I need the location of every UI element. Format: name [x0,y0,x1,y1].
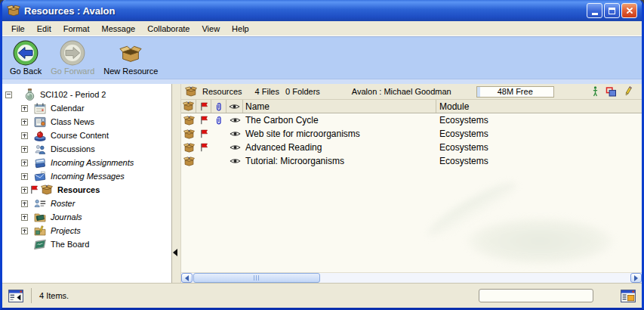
expand-toggle-icon[interactable] [21,187,28,194]
status-separator [31,288,32,303]
resource-list: The Carbon Cycle Ecosystems Web site for… [181,113,642,272]
window-panel-icon [8,290,23,302]
eye-icon [230,144,241,151]
toolbar: Go Back Go Forward New Resource [2,36,642,79]
flag-icon [200,129,208,138]
tree-item-incoming-messages[interactable]: Incoming Messages [2,169,171,183]
scrollbar-thumb[interactable] [193,273,320,283]
resources-box-icon [41,184,53,196]
scroll-right-button[interactable] [630,273,642,283]
paperclip-icon [215,101,223,112]
go-forward-label: Go Forward [51,67,94,76]
expand-toggle-icon[interactable] [21,214,28,221]
expand-toggle-icon[interactable] [21,132,28,139]
expand-toggle-icon[interactable] [21,173,28,180]
flag-icon [200,143,208,152]
tree-item-resources[interactable]: Resources [2,183,171,197]
tree-item-label: Incoming Messages [51,172,125,181]
tree-item-journals[interactable]: Journals [2,210,171,224]
menu-help[interactable]: Help [226,23,255,35]
menu-bar: File Edit Format Message Collaborate Vie… [2,21,642,36]
column-module[interactable]: Module [436,100,642,113]
expand-toggle-icon[interactable] [21,119,28,126]
status-message-box [479,289,593,302]
status-window-icon[interactable] [7,288,25,303]
horizontal-scrollbar[interactable] [181,272,642,283]
pencil-icon[interactable] [624,86,633,97]
toolbar-strip [2,79,642,84]
tree-item-calendar[interactable]: Calendar [2,101,171,115]
resource-row-web-site[interactable]: Web site for microorganisms Ecosystems [181,127,642,141]
minimize-button[interactable] [587,3,602,18]
menu-view[interactable]: View [196,23,226,35]
expand-toggle-icon[interactable] [21,146,28,153]
tree-item-projects[interactable]: Projects [2,224,171,237]
menu-file[interactable]: File [5,23,31,35]
free-space-gauge: 48M Free [476,86,554,98]
box-icon [183,101,194,112]
right-arrow-icon [634,275,641,281]
background-watermark [467,218,614,265]
menu-format[interactable]: Format [57,23,96,35]
resources-panel: Resources 4 Files 0 Folders Avalon : Mic… [181,84,642,283]
menu-message[interactable]: Message [96,23,142,35]
scrollbar-track[interactable] [321,273,630,283]
new-resource-button[interactable]: New Resource [100,39,161,76]
go-forward-button[interactable]: Go Forward [48,39,97,76]
close-button[interactable] [621,3,637,18]
collapse-panel-icon[interactable] [173,249,177,256]
expand-toggle-icon[interactable] [21,228,28,234]
resource-name: Tutorial: Microorganisms [243,156,436,166]
column-name[interactable]: Name [243,100,436,113]
tree-item-label: Journals [51,212,82,222]
column-flag[interactable] [196,100,211,113]
title-bar[interactable]: Resources : Avalon [2,0,642,21]
box-icon [183,142,195,153]
person-icon[interactable] [592,86,599,97]
expand-toggle-icon[interactable] [21,200,28,207]
column-attachment[interactable] [211,100,226,113]
panel-splitter[interactable] [172,84,181,283]
collapse-toggle-icon[interactable] [5,91,12,98]
status-layout-icon[interactable] [619,288,637,303]
column-visibility[interactable] [226,100,243,113]
tree-item-the-board[interactable]: The Board [2,237,171,251]
journals-icon [34,212,46,223]
tree-item-label: Course Content [51,131,109,140]
folders-count: 0 Folders [285,87,320,96]
menu-edit[interactable]: Edit [31,23,57,35]
resource-row-carbon-cycle[interactable]: The Carbon Cycle Ecosystems [181,113,642,127]
resource-row-tutorial[interactable]: Tutorial: Microorganisms Ecosystems [181,154,642,168]
layers-icon[interactable] [605,87,617,97]
expand-toggle-icon[interactable] [21,160,28,166]
app-icon [7,4,20,17]
go-back-button[interactable]: Go Back [7,39,45,76]
eye-icon [230,157,241,165]
class-news-icon [34,116,46,128]
resource-name: Web site for microorganisms [243,129,436,139]
window-layout-icon [621,290,636,302]
items-count: 4 Items. [39,291,69,300]
thumb-grip [254,275,260,281]
tree-item-label: Incoming Assignments [51,158,134,167]
eye-icon [230,116,241,124]
eye-icon [230,130,241,138]
column-type[interactable] [181,100,196,113]
close-icon [626,7,633,14]
maximize-button[interactable] [604,3,620,18]
tree-root-course[interactable]: SCI102 - Period 2 [2,88,171,101]
scroll-left-button[interactable] [181,273,193,283]
tree-item-course-content[interactable]: Course Content [2,129,171,142]
tree-item-incoming-assignments[interactable]: Incoming Assignments [2,156,171,169]
tree-item-class-news[interactable]: Class News [2,115,171,129]
minimize-icon [592,13,598,15]
tree-item-label: Class News [51,117,94,126]
app-window: Resources : Avalon File Edit Format Mess… [0,0,644,310]
tree-item-roster[interactable]: Roster [2,197,171,210]
tree-item-discussions[interactable]: Discussions [2,142,171,156]
resource-row-advanced-reading[interactable]: Advanced Reading Ecosystems [181,141,642,154]
info-bar-actions [592,86,642,97]
menu-collaborate[interactable]: Collaborate [141,23,196,35]
tree-root-label: SCI102 - Period 2 [40,90,106,99]
expand-toggle-icon[interactable] [21,105,28,112]
